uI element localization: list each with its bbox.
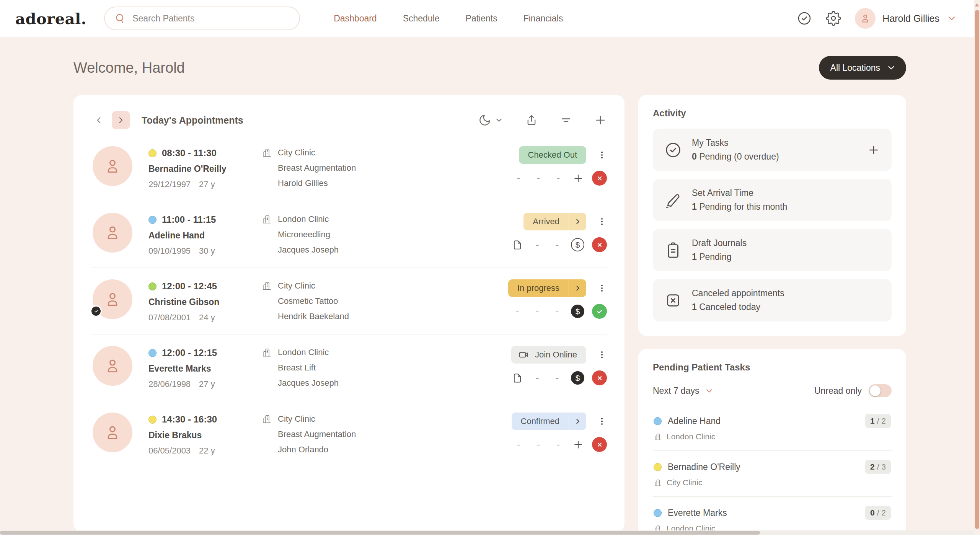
cancel-appointment-icon[interactable] (592, 437, 607, 452)
unread-only-toggle[interactable] (869, 384, 892, 397)
practitioner-name: John Orlando (278, 445, 505, 455)
pending-patient-tasks-card: Pending Patient Tasks Next 7 days Unread… (638, 349, 906, 535)
clinic-icon (262, 214, 272, 224)
canceled-square-icon (664, 292, 682, 309)
empty-action: - (531, 371, 543, 385)
cancel-appointment-icon[interactable] (592, 370, 607, 385)
clinic-icon (654, 479, 662, 487)
row-menu-icon[interactable] (597, 147, 607, 163)
patient-name[interactable]: Everette Marks (148, 364, 262, 374)
journal-icon (664, 241, 682, 259)
patient-name[interactable]: Bernadine O'Reilly (668, 462, 740, 472)
page-title: Welcome, Harold (73, 60, 185, 76)
pending-task-row[interactable]: Adeline Hand1 / 2London Clinic (653, 405, 892, 451)
scroll-up-arrow-icon[interactable] (975, 3, 979, 7)
search-icon (114, 12, 126, 24)
brand-logo[interactable]: adoreal. (15, 10, 86, 28)
patient-name[interactable]: Bernadine O'Reilly (148, 164, 262, 174)
add-appointment-icon[interactable] (594, 114, 607, 127)
appointment-row: 12:00 - 12:45Christine Gibson07/08/20012… (91, 268, 607, 334)
document-icon[interactable] (511, 238, 523, 252)
location-filter-button[interactable]: All Locations (819, 56, 906, 80)
add-service-icon[interactable] (572, 437, 584, 452)
appointment-time: 08:30 - 11:30 (162, 148, 217, 158)
night-mode-dropdown[interactable] (478, 114, 504, 127)
appointment-type-dot (654, 463, 662, 471)
empty-action: - (512, 437, 525, 452)
row-menu-icon[interactable] (597, 214, 607, 229)
document-icon[interactable] (511, 371, 523, 385)
add-task-icon[interactable] (867, 144, 880, 157)
user-menu[interactable]: Harold Gillies (855, 8, 957, 29)
horizontal-scroll-thumb[interactable] (0, 531, 760, 535)
status-badge[interactable]: Confirmed (512, 413, 586, 430)
nav-schedule[interactable]: Schedule (403, 13, 440, 24)
patient-name[interactable]: Adeline Hand (148, 230, 262, 241)
filter-icon[interactable] (559, 114, 572, 127)
complete-appointment-icon[interactable] (592, 304, 607, 319)
payment-paid-icon[interactable]: $ (571, 371, 584, 385)
row-menu-icon[interactable] (597, 347, 607, 362)
status-badge[interactable]: In progress (508, 279, 586, 297)
appointment-row: 14:30 - 16:30Dixie Brakus06/05/200322 yC… (91, 401, 607, 467)
procedure-name: Cosmetic Tattoo (278, 296, 505, 306)
status-badge[interactable]: Join Online (511, 346, 586, 364)
cancel-appointment-icon[interactable] (592, 237, 607, 252)
date-range-dropdown[interactable]: Next 7 days (653, 386, 714, 396)
tasks-check-circle-icon[interactable] (797, 11, 812, 26)
patient-name[interactable]: Dixie Brakus (148, 430, 262, 440)
nav-dashboard[interactable]: Dashboard (334, 13, 377, 24)
export-icon[interactable] (525, 114, 538, 127)
activity-item[interactable]: My Tasks0 Pending (0 overdue) (653, 129, 892, 171)
pending-task-row[interactable]: Everette Marks0 / 2London Clinic (653, 497, 892, 535)
row-menu-icon[interactable] (597, 281, 607, 296)
tasks-check-circle-icon (664, 141, 682, 159)
clinic-name: London Clinic (278, 214, 329, 224)
patient-dob: 29/12/1997 (148, 179, 191, 189)
status-advance-icon[interactable] (569, 213, 586, 230)
row-menu-icon[interactable] (597, 414, 607, 429)
tasks-done: 2 (870, 462, 875, 471)
patient-name[interactable]: Christine Gibson (148, 297, 262, 307)
patient-avatar (93, 346, 132, 386)
activity-item[interactable]: Canceled appointments1 Canceled today (653, 279, 892, 321)
appointment-type-dot (148, 416, 157, 424)
payment-paid-icon[interactable]: $ (571, 305, 584, 318)
vertical-scroll-thumb[interactable] (975, 10, 979, 529)
status-advance-icon[interactable] (569, 279, 586, 297)
practitioner-name: Harold Gillies (278, 178, 505, 188)
status-advance-icon[interactable] (569, 413, 586, 430)
empty-action: - (531, 238, 543, 252)
activity-item[interactable]: Draft Journals1 Pending (653, 229, 892, 271)
horizontal-scrollbar[interactable] (0, 530, 974, 535)
activity-item[interactable]: Set Arrival Time1 Pending for this month (653, 179, 892, 221)
patient-name[interactable]: Adeline Hand (668, 416, 721, 426)
previous-day-button[interactable] (91, 112, 106, 129)
add-service-icon[interactable] (572, 171, 584, 186)
vertical-scrollbar[interactable] (974, 0, 980, 530)
patient-age: 22 y (199, 446, 215, 456)
settings-gear-icon[interactable] (826, 11, 841, 26)
appointment-type-dot (148, 149, 157, 157)
nav-patients[interactable]: Patients (466, 13, 497, 24)
clinic-name: London Clinic (667, 432, 715, 441)
pending-task-row[interactable]: Bernadine O'Reilly2 / 3City Clinic (653, 451, 892, 497)
next-day-button[interactable] (112, 111, 130, 129)
clinic-name: London Clinic (278, 347, 329, 357)
status-badge[interactable]: Arrived (523, 213, 586, 230)
patient-name[interactable]: Everette Marks (668, 508, 727, 518)
payment-icon[interactable]: $ (571, 238, 584, 251)
status-badge[interactable]: Checked Out (519, 146, 586, 164)
location-filter-label: All Locations (830, 63, 880, 73)
nav-financials[interactable]: Financials (523, 13, 563, 24)
patient-dob: 06/05/2003 (148, 446, 191, 456)
cancel-appointment-icon[interactable] (592, 171, 607, 186)
search-box[interactable] (104, 7, 300, 30)
practitioner-name: Jacques Joseph (278, 378, 505, 388)
appointment-time: 14:30 - 16:30 (162, 414, 217, 425)
status-label: Arrived (523, 217, 569, 227)
empty-action: - (552, 437, 564, 452)
main-nav: Dashboard Schedule Patients Financials (334, 13, 563, 24)
appointment-time: 12:00 - 12:45 (162, 281, 217, 292)
search-input[interactable] (132, 13, 295, 24)
